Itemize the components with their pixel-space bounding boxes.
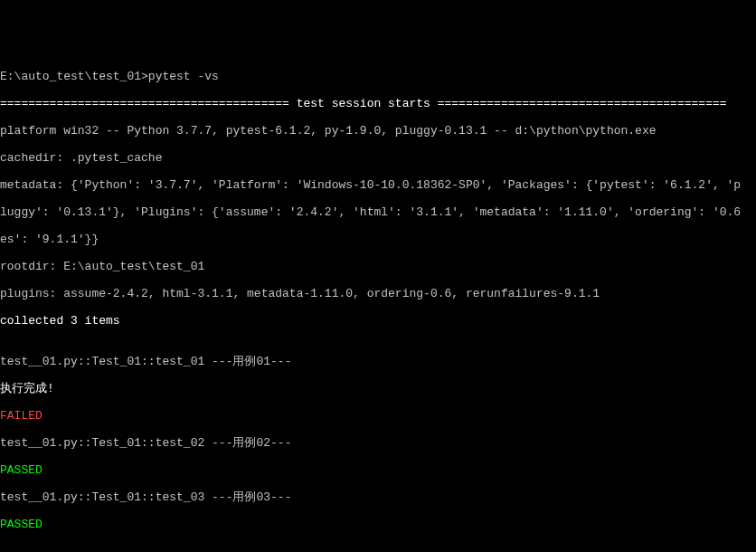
exec-done-line: 执行完成! xyxy=(0,382,756,395)
cachedir-line: cachedir: .pytest_cache xyxy=(0,151,756,165)
metadata-line-2: luggy': '0.13.1'}, 'Plugins': {'assume':… xyxy=(0,205,756,219)
rootdir-line: rootdir: E:\auto_test\test_01 xyxy=(0,260,756,273)
test-02-line: test__01.py::Test_01::test_02 ---用例02--- xyxy=(0,436,756,450)
collected-line: collected 3 items xyxy=(0,314,756,328)
passed-status-1: PASSED xyxy=(0,463,756,477)
failed-status: FAILED xyxy=(0,409,756,423)
session-header: ========================================… xyxy=(0,97,756,110)
plugins-line: plugins: assume-2.4.2, html-3.1.1, metad… xyxy=(0,287,756,300)
terminal-output: E:\auto_test\test_01>pytest -vs ========… xyxy=(0,54,756,552)
prompt-line: E:\auto_test\test_01>pytest -vs xyxy=(0,70,756,83)
test-01-line: test__01.py::Test_01::test_01 ---用例01--- xyxy=(0,355,756,368)
passed-status-2: PASSED xyxy=(0,518,756,531)
test-03-line: test__01.py::Test_01::test_03 ---用例03--- xyxy=(0,490,756,504)
metadata-line-1: metadata: {'Python': '3.7.7', 'Platform'… xyxy=(0,178,756,192)
metadata-line-3: es': '9.1.1'}} xyxy=(0,233,756,246)
platform-line: platform win32 -- Python 3.7.7, pytest-6… xyxy=(0,124,756,138)
